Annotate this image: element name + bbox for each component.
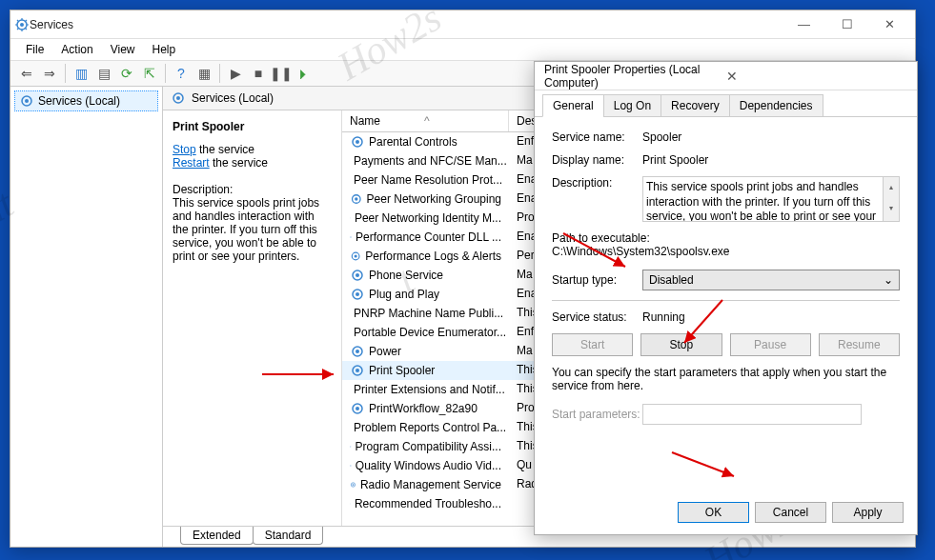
menu-help[interactable]: Help (145, 41, 184, 58)
selected-service-name: Print Spooler (173, 120, 332, 133)
gear-icon (350, 363, 365, 378)
service-name-cell: Performance Counter DLL ... (356, 230, 501, 244)
gear-icon (19, 93, 34, 109)
gear-icon (350, 477, 356, 492)
minimize-button[interactable]: — (783, 11, 825, 38)
service-name-cell: Program Compatibility Assi... (356, 440, 501, 453)
svg-point-29 (356, 350, 359, 353)
gear-icon (350, 344, 365, 359)
service-name-cell: Peer Networking Grouping (367, 192, 501, 206)
menu-view[interactable]: View (103, 41, 143, 58)
service-name-cell: Problem Reports Control Pa... (354, 421, 506, 434)
service-name-cell: Recommended Troublesho... (355, 497, 501, 510)
svg-point-3 (25, 99, 29, 103)
show-hide-tree-icon[interactable]: ▥ (71, 63, 91, 84)
maximize-button[interactable]: ☐ (825, 11, 868, 38)
export-icon[interactable]: ⇱ (139, 63, 160, 84)
forward-icon[interactable]: ⇒ (39, 63, 60, 84)
svg-point-7 (356, 140, 359, 144)
gear-icon (350, 268, 365, 283)
service-name-cell: PNRP Machine Name Publi... (354, 307, 503, 320)
service-name-cell: Performance Logs & Alerts (365, 250, 501, 263)
gear-icon (350, 210, 351, 226)
stop-service-icon[interactable]: ■ (248, 63, 269, 84)
restart-service-icon[interactable]: ⏵ (294, 63, 315, 84)
gear-icon (350, 401, 365, 416)
back-icon[interactable]: ⇐ (16, 63, 37, 84)
gear-icon (350, 287, 365, 302)
val-service-name: Spooler (642, 130, 900, 144)
service-name-cell: Parental Controls (369, 135, 457, 149)
gear-icon (350, 458, 352, 473)
help-icon[interactable]: ? (171, 63, 192, 84)
desc-label: Description: (173, 183, 332, 196)
menubar: File Action View Help (10, 39, 915, 60)
svg-point-43 (353, 484, 355, 486)
gear-icon (350, 134, 365, 150)
service-name-cell: Payments and NFC/SE Man... (354, 154, 507, 168)
svg-point-5 (176, 96, 180, 100)
restart-link[interactable]: Restart (173, 156, 210, 170)
tab-recovery[interactable]: Recovery (661, 94, 730, 117)
tree-root-label: Services (Local) (38, 94, 120, 108)
lbl-start-params: Start parameters: (552, 408, 642, 421)
detail-pane: Print Spooler Stop the service Restart t… (163, 110, 342, 526)
titlebar: Services — ☐ ✕ (10, 10, 915, 39)
svg-point-17 (351, 237, 352, 238)
svg-point-35 (356, 407, 359, 410)
menu-action[interactable]: Action (53, 41, 100, 58)
close-button[interactable]: ✕ (868, 11, 911, 38)
properties-icon[interactable]: ▤ (93, 63, 114, 84)
lbl-status: Service status: (552, 310, 642, 324)
tree-root-item[interactable]: Services (Local) (14, 90, 158, 111)
service-name-cell: Plug and Play (369, 288, 439, 301)
lbl-description: Description: (552, 176, 642, 190)
svg-point-13 (355, 197, 357, 200)
tab-general[interactable]: General (542, 94, 604, 117)
dialog-titlebar: Print Spooler Properties (Local Computer… (535, 62, 917, 90)
gear-icon (350, 191, 363, 207)
service-name-cell: Radio Management Service (360, 478, 501, 491)
desc-text: This service spools print jobs and handl… (173, 196, 332, 263)
gear-icon (171, 90, 186, 106)
tab-extended[interactable]: Extended (180, 527, 254, 545)
service-name-cell: Printer Extensions and Notif... (354, 383, 505, 396)
chevron-down-icon: ⌄ (884, 273, 893, 287)
service-name-cell: Phone Service (369, 269, 443, 282)
content-title: Services (Local) (192, 91, 274, 105)
start-service-icon[interactable]: ▶ (225, 63, 246, 84)
refresh-icon[interactable]: ⟳ (116, 63, 137, 84)
stop-link[interactable]: Stop (173, 143, 196, 156)
startup-type-combo[interactable]: Disabled ⌄ (642, 270, 900, 290)
svg-point-1 (20, 23, 24, 27)
tab-standard[interactable]: Standard (253, 527, 324, 545)
lbl-service-name: Service name: (552, 130, 642, 144)
lbl-display-name: Display name: (552, 153, 642, 167)
tab-logon[interactable]: Log On (603, 94, 661, 117)
stop-button[interactable]: Stop (640, 333, 722, 356)
lbl-startup-type: Startup type: (552, 273, 642, 287)
service-name-cell: Portable Device Enumerator... (354, 326, 506, 339)
pause-service-icon[interactable]: ❚❚ (271, 63, 292, 84)
service-name-cell: Peer Name Resolution Prot... (354, 173, 502, 187)
action-icon[interactable]: ▦ (193, 63, 214, 84)
resume-button: Resume (819, 333, 900, 356)
ok-button[interactable]: OK (678, 502, 749, 523)
val-description[interactable]: This service spools print jobs and handl… (642, 176, 900, 222)
pause-button: Pause (730, 333, 811, 356)
gear-icon (350, 439, 352, 454)
close-icon[interactable]: ✕ (726, 69, 908, 84)
services-icon (14, 17, 30, 32)
cancel-button[interactable]: Cancel (755, 502, 826, 523)
tab-dependencies[interactable]: Dependencies (729, 94, 823, 117)
gear-icon (350, 249, 361, 264)
svg-point-31 (356, 369, 359, 372)
apply-button[interactable]: Apply (832, 502, 904, 523)
col-name[interactable]: Name^ (342, 110, 509, 131)
menu-file[interactable]: File (18, 41, 51, 58)
hint-text: You can specify the start parameters tha… (552, 366, 900, 392)
dialog-title: Print Spooler Properties (Local Computer… (544, 63, 726, 90)
properties-dialog: Print Spooler Properties (Local Computer… (534, 61, 918, 535)
service-name-cell: Print Spooler (369, 364, 435, 377)
tree-pane: Services (Local) (10, 87, 163, 547)
